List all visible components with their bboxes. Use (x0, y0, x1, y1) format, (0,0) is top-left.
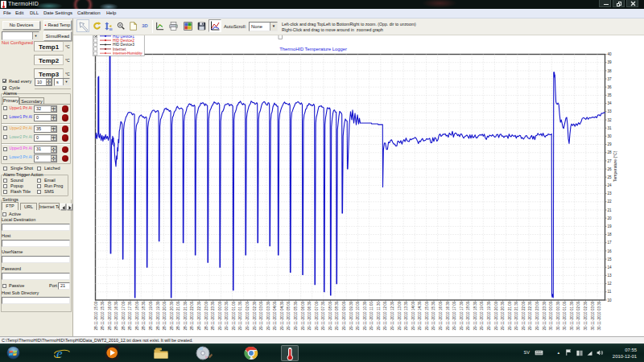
svg-text:29-11-2010 10:00: 29-11-2010 10:00 (356, 301, 360, 330)
svg-text:29-11-2010 05:00: 29-11-2010 05:00 (287, 301, 291, 330)
svg-text:18: 18 (608, 232, 613, 237)
svg-text:24: 24 (608, 183, 613, 187)
svg-text:17: 17 (608, 241, 613, 245)
svg-text:16: 16 (608, 249, 613, 253)
svg-text:28-11-2010 20:30: 28-11-2010 20:30 (170, 301, 174, 330)
svg-text:29-11-2010 05:30: 29-11-2010 05:30 (294, 301, 298, 330)
svg-text:21: 21 (608, 208, 613, 212)
svg-text:29-11-2010 21:00: 29-11-2010 21:00 (508, 301, 512, 330)
svg-text:28-11-2010 19:00: 28-11-2010 19:00 (149, 301, 153, 330)
svg-text:e: e (56, 346, 63, 361)
svg-text:30-11-2010 01:30: 30-11-2010 01:30 (570, 301, 574, 330)
svg-text:22: 22 (608, 200, 613, 204)
svg-text:28-11-2010 22:00: 28-11-2010 22:00 (190, 301, 194, 330)
svg-text:13: 13 (608, 274, 613, 278)
svg-text:29-11-2010 09:30: 29-11-2010 09:30 (349, 301, 353, 330)
svg-text:29-11-2010 06:30: 29-11-2010 06:30 (308, 301, 312, 330)
svg-text:32: 32 (608, 118, 613, 122)
svg-text:29-11-2010 12:30: 29-11-2010 12:30 (390, 301, 394, 330)
svg-text:28-11-2010 23:00: 28-11-2010 23:00 (204, 301, 208, 330)
svg-text:30-11-2010 00:30: 30-11-2010 00:30 (556, 301, 560, 330)
svg-text:29-11-2010 04:00: 29-11-2010 04:00 (273, 301, 277, 330)
svg-text:25: 25 (608, 175, 613, 179)
svg-text:26: 26 (608, 167, 613, 171)
svg-text:30-11-2010 02:30: 30-11-2010 02:30 (584, 301, 588, 330)
svg-text:28-11-2010 20:00: 28-11-2010 20:00 (163, 301, 167, 330)
svg-text:36: 36 (608, 85, 613, 89)
svg-text:29-11-2010 06:00: 29-11-2010 06:00 (301, 301, 305, 330)
svg-text:29-11-2010 01:30: 29-11-2010 01:30 (238, 301, 242, 330)
svg-text:31: 31 (608, 126, 613, 130)
svg-text:29-11-2010 20:30: 29-11-2010 20:30 (501, 301, 505, 330)
svg-text:28-11-2010 22:30: 28-11-2010 22:30 (197, 301, 201, 330)
svg-text:33: 33 (608, 109, 613, 113)
svg-text:29-11-2010 11:00: 29-11-2010 11:00 (369, 301, 374, 330)
svg-text:10: 10 (608, 298, 613, 302)
svg-text:29-11-2010 23:30: 29-11-2010 23:30 (543, 301, 547, 330)
svg-text:HID Device3: HID Device3 (113, 43, 134, 47)
svg-text:27: 27 (608, 159, 613, 163)
svg-text:30: 30 (608, 134, 613, 138)
svg-text:HID Device2: HID Device2 (113, 39, 134, 43)
svg-text:29-11-2010 12:00: 29-11-2010 12:00 (383, 301, 387, 330)
svg-text:Temperature (°C): Temperature (°C) (613, 150, 617, 182)
svg-text:Internet: Internet (113, 47, 126, 51)
svg-text:28-11-2010 18:00: 28-11-2010 18:00 (135, 301, 139, 330)
svg-text:28-11-2010 19:30: 28-11-2010 19:30 (156, 301, 160, 330)
svg-text:28-11-2010 15:30: 28-11-2010 15:30 (101, 301, 105, 330)
svg-text:30-11-2010 00:00: 30-11-2010 00:00 (549, 301, 553, 330)
svg-text:29-11-2010 00:00: 29-11-2010 00:00 (218, 301, 222, 330)
svg-text:29-11-2010 18:30: 29-11-2010 18:30 (473, 301, 477, 330)
svg-text:29-11-2010 15:00: 29-11-2010 15:00 (425, 301, 429, 330)
svg-text:38: 38 (608, 69, 613, 73)
svg-text:28-11-2010 15:00: 28-11-2010 15:00 (94, 301, 98, 330)
svg-text:19: 19 (608, 224, 613, 228)
svg-text:29-11-2010 09:00: 29-11-2010 09:00 (342, 301, 346, 330)
svg-text:ThermoHID Temperature Logger: ThermoHID Temperature Logger (279, 47, 347, 51)
svg-text:28-11-2010 21:00: 28-11-2010 21:00 (176, 301, 180, 330)
svg-text:29-11-2010 17:00: 29-11-2010 17:00 (452, 301, 456, 330)
svg-text:28-11-2010 16:30: 28-11-2010 16:30 (114, 301, 118, 330)
svg-text:29-11-2010 01:00: 29-11-2010 01:00 (232, 301, 236, 330)
svg-text:37: 37 (608, 77, 613, 81)
svg-text:29-11-2010 20:00: 29-11-2010 20:00 (494, 301, 498, 330)
svg-text:29-11-2010 02:30: 29-11-2010 02:30 (253, 301, 257, 330)
svg-text:30-11-2010 02:00: 30-11-2010 02:00 (576, 301, 580, 330)
svg-text:28-11-2010 23:30: 28-11-2010 23:30 (211, 301, 215, 330)
svg-text:29-11-2010 02:00: 29-11-2010 02:00 (246, 301, 250, 330)
svg-text:29-11-2010 14:00: 29-11-2010 14:00 (411, 301, 415, 330)
svg-text:20: 20 (608, 216, 613, 220)
svg-text:29-11-2010 07:00: 29-11-2010 07:00 (315, 301, 319, 330)
svg-text:29-11-2010 19:30: 29-11-2010 19:30 (487, 301, 491, 330)
svg-text:12: 12 (608, 282, 613, 286)
svg-text:29-11-2010 10:30: 29-11-2010 10:30 (363, 301, 367, 330)
svg-text:29-11-2010 17:30: 29-11-2010 17:30 (460, 301, 464, 330)
svg-text:29-11-2010 22:00: 29-11-2010 22:00 (522, 301, 526, 330)
svg-text:39: 39 (608, 60, 613, 64)
svg-text:29-11-2010 18:00: 29-11-2010 18:00 (466, 301, 470, 330)
svg-text:29-11-2010 21:30: 29-11-2010 21:30 (514, 301, 518, 330)
svg-text:28-11-2010 21:30: 28-11-2010 21:30 (184, 301, 188, 330)
svg-text:29-11-2010 03:00: 29-11-2010 03:00 (259, 301, 263, 330)
svg-text:29-11-2010 16:00: 29-11-2010 16:00 (439, 301, 443, 330)
svg-text:30-11-2010 01:00: 30-11-2010 01:00 (563, 301, 567, 330)
svg-text:29-11-2010 08:30: 29-11-2010 08:30 (335, 301, 339, 330)
svg-text:28: 28 (608, 150, 613, 154)
svg-text:28-11-2010 17:00: 28-11-2010 17:00 (122, 301, 126, 330)
svg-text:29-11-2010 04:30: 29-11-2010 04:30 (280, 301, 284, 330)
svg-text:30-11-2010 03:30: 30-11-2010 03:30 (597, 301, 601, 330)
svg-text:28-11-2010 17:30: 28-11-2010 17:30 (128, 301, 132, 330)
svg-text:29-11-2010 23:00: 29-11-2010 23:00 (535, 301, 539, 330)
svg-text:29-11-2010 14:30: 29-11-2010 14:30 (418, 301, 422, 330)
svg-text:29-11-2010 15:30: 29-11-2010 15:30 (431, 301, 436, 330)
svg-text:29-11-2010 13:00: 29-11-2010 13:00 (398, 301, 402, 330)
svg-text:28-11-2010 18:30: 28-11-2010 18:30 (142, 301, 146, 330)
svg-text:15: 15 (608, 257, 613, 261)
svg-text:29-11-2010 11:30: 29-11-2010 11:30 (377, 301, 381, 330)
svg-text:35: 35 (608, 93, 613, 97)
svg-text:11: 11 (608, 290, 612, 294)
svg-text:29-11-2010 03:30: 29-11-2010 03:30 (266, 301, 270, 330)
svg-text:29-11-2010 07:30: 29-11-2010 07:30 (321, 301, 325, 330)
svg-text:29-11-2010 08:00: 29-11-2010 08:00 (328, 301, 332, 330)
svg-text:29-11-2010 16:30: 29-11-2010 16:30 (446, 301, 450, 330)
